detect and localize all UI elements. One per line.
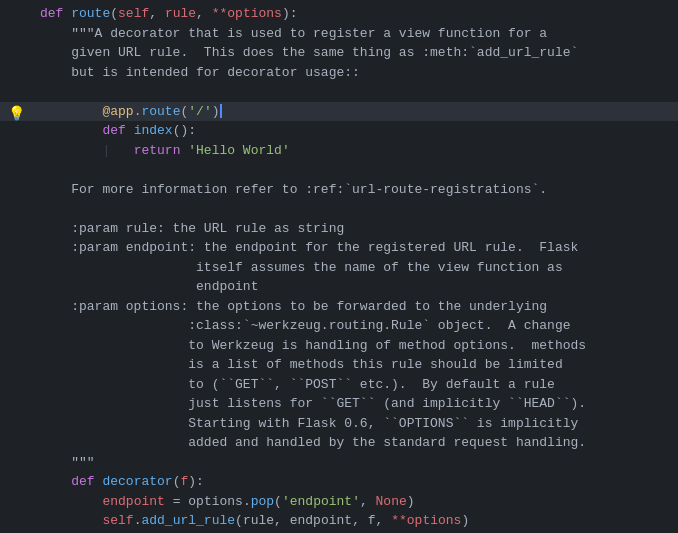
- code-line-9: [0, 160, 678, 180]
- line-content-1: def route(self, rule, **options):: [36, 4, 678, 24]
- line-content-12: :param rule: the URL rule as string: [36, 219, 678, 239]
- line-content-27: self.add_url_rule(rule, endpoint, f, **o…: [36, 511, 678, 531]
- line-content-4: but is intended for decorator usage::: [36, 63, 678, 83]
- line-content-17: :class:`~werkzeug.routing.Rule` object. …: [36, 316, 678, 336]
- line-content-20: to (``GET``, ``POST`` etc.). By default …: [36, 375, 678, 395]
- line-content-25: def decorator(f):: [36, 472, 678, 492]
- code-line-12: :param rule: the URL rule as string: [0, 219, 678, 239]
- code-line-25: def decorator(f):: [0, 472, 678, 492]
- code-line-16: :param options: the options to be forwar…: [0, 297, 678, 317]
- line-content-6: @app.route('/'): [36, 102, 678, 122]
- line-content-14: itself assumes the name of the view func…: [36, 258, 678, 278]
- code-line-10: For more information refer to :ref:`url-…: [0, 180, 678, 200]
- line-content-19: is a list of methods this rule should be…: [36, 355, 678, 375]
- code-line-17: :class:`~werkzeug.routing.Rule` object. …: [0, 316, 678, 336]
- code-line-3: given URL rule. This does the same thing…: [0, 43, 678, 63]
- line-content-3: given URL rule. This does the same thing…: [36, 43, 678, 63]
- line-content-2: """A decorator that is used to register …: [36, 24, 678, 44]
- code-line-26: endpoint = options.pop('endpoint', None): [0, 492, 678, 512]
- text-cursor: [220, 104, 222, 118]
- code-line-19: is a list of methods this rule should be…: [0, 355, 678, 375]
- code-line-11: [0, 199, 678, 219]
- code-line-1: def route(self, rule, **options):: [0, 4, 678, 24]
- line-content-9: [36, 160, 678, 180]
- code-line-6: 💡 @app.route('/'): [0, 102, 678, 122]
- code-line-23: added and handled by the standard reques…: [0, 433, 678, 453]
- code-line-27: self.add_url_rule(rule, endpoint, f, **o…: [0, 511, 678, 531]
- code-line-5: [0, 82, 678, 102]
- line-content-8: | return 'Hello World': [36, 141, 678, 161]
- code-line-2: """A decorator that is used to register …: [0, 24, 678, 44]
- code-line-22: Starting with Flask 0.6, ``OPTIONS`` is …: [0, 414, 678, 434]
- code-line-4: but is intended for decorator usage::: [0, 63, 678, 83]
- code-line-13: :param endpoint: the endpoint for the re…: [0, 238, 678, 258]
- line-content-5: [36, 82, 678, 102]
- line-content-10: For more information refer to :ref:`url-…: [36, 180, 678, 200]
- code-content: def route(self, rule, **options): """A d…: [0, 0, 678, 533]
- line-content-16: :param options: the options to be forwar…: [36, 297, 678, 317]
- line-content-13: :param endpoint: the endpoint for the re…: [36, 238, 678, 258]
- code-line-7: def index():: [0, 121, 678, 141]
- line-content-23: added and handled by the standard reques…: [36, 433, 678, 453]
- line-content-22: Starting with Flask 0.6, ``OPTIONS`` is …: [36, 414, 678, 434]
- line-content-18: to Werkzeug is handling of method option…: [36, 336, 678, 356]
- code-line-15: endpoint: [0, 277, 678, 297]
- line-content-21: just listens for ``GET`` (and implicitly…: [36, 394, 678, 414]
- line-content-7: def index():: [36, 121, 678, 141]
- code-line-20: to (``GET``, ``POST`` etc.). By default …: [0, 375, 678, 395]
- line-content-26: endpoint = options.pop('endpoint', None): [36, 492, 678, 512]
- code-editor: def route(self, rule, **options): """A d…: [0, 0, 678, 533]
- code-line-24: """: [0, 453, 678, 473]
- line-content-24: """: [36, 453, 678, 473]
- code-line-21: just listens for ``GET`` (and implicitly…: [0, 394, 678, 414]
- line-content-15: endpoint: [36, 277, 678, 297]
- code-line-18: to Werkzeug is handling of method option…: [0, 336, 678, 356]
- code-line-8: | return 'Hello World': [0, 141, 678, 161]
- code-line-14: itself assumes the name of the view func…: [0, 258, 678, 278]
- line-content-11: [36, 199, 678, 219]
